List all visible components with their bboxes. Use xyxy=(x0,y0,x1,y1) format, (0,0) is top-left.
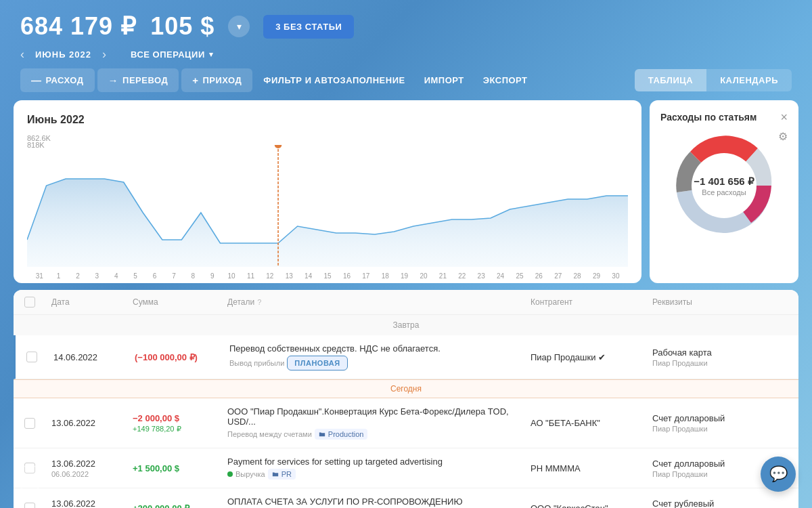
chart-title: Июнь 2022 xyxy=(27,114,628,126)
all-operations-dropdown[interactable]: ВСЕ ОПЕРАЦИИ ▾ xyxy=(131,49,213,60)
donut-amount: −1 401 656 ₽ xyxy=(694,175,754,188)
nav-next-button[interactable]: › xyxy=(102,47,106,62)
close-donut-button[interactable]: × xyxy=(780,111,788,123)
row1-checkbox xyxy=(26,352,53,362)
chart-x-label: 3 xyxy=(87,272,106,280)
chart-x-label: 22 xyxy=(453,272,472,280)
no-article-button[interactable]: 3 БЕЗ СТАТЬИ xyxy=(263,15,354,39)
table-row[interactable]: 13.06.2022 06.06.2022 +1 500,00 $ Paymen… xyxy=(14,448,798,488)
logo-button[interactable]: ◑ xyxy=(16,465,43,492)
row2-counterpart: АО "БЕТА-БАНК" xyxy=(531,418,652,428)
chart-x-label: 23 xyxy=(472,272,491,280)
row-checkbox[interactable] xyxy=(24,418,35,429)
table-row[interactable]: 13.06.2022 06.06.2022 +200 000,00 ₽ ОПЛА… xyxy=(14,488,798,508)
table-row[interactable]: 14.06.2022 (−100 000,00 ₽) Перевод собст… xyxy=(14,335,798,379)
row2-amount: −2 000,00 $ +149 788,20 ₽ xyxy=(133,413,227,433)
chart-x-label: 7 xyxy=(164,272,183,280)
row2-date: 13.06.2022 xyxy=(51,418,133,428)
row-checkbox[interactable] xyxy=(26,352,37,362)
calendar-view-button[interactable]: КАЛЕНДАРЬ xyxy=(706,69,792,91)
chart-x-label: 11 xyxy=(241,272,260,280)
toolbar: — РАСХОД → ПЕРЕВОД + ПРИХОД ФИЛЬТР И АВТ… xyxy=(0,68,812,100)
folder-icon: Production xyxy=(315,429,368,440)
th-amount: Сумма xyxy=(133,297,227,308)
transfer-button[interactable]: → ПЕРЕВОД xyxy=(97,68,179,92)
export-button[interactable]: ЭКСПОРТ xyxy=(475,69,536,91)
row-checkbox[interactable] xyxy=(24,503,35,508)
chat-icon: 💬 xyxy=(769,465,788,483)
chart-x-label: 4 xyxy=(107,272,126,280)
select-all-checkbox[interactable] xyxy=(24,297,35,308)
expense-label: РАСХОД xyxy=(46,75,84,85)
plus-icon: + xyxy=(192,75,198,86)
nav-prev-button[interactable]: ‹ xyxy=(20,47,24,62)
arrow-right-icon: → xyxy=(108,75,119,86)
balance-rub: 684 179 ₽ xyxy=(20,12,137,41)
th-counterpart: Контрагент xyxy=(531,297,652,308)
minus-icon: — xyxy=(31,75,42,86)
chart-x-label: 2 xyxy=(68,272,87,280)
row2-details: ООО "Пиар Продакшн".Конвертация Курс Бет… xyxy=(227,406,531,440)
row4-details: ОПЛАТА СЧЕТА ЗА УСЛУГИ ПО PR-СОПРОВОЖДЕН… xyxy=(227,496,531,508)
chart-wrapper: 862.6K 818K xyxy=(27,134,628,270)
chart-x-label: 1 xyxy=(49,272,68,280)
th-date: Дата xyxy=(51,297,133,308)
filter-button[interactable]: ФИЛЬТР И АВТОЗАПОЛНЕНИЕ xyxy=(255,69,413,91)
chat-button[interactable]: 💬 xyxy=(761,457,796,492)
chart-x-label: 28 xyxy=(568,272,587,280)
planned-badge: ПЛАНОВАЯ xyxy=(287,356,347,371)
income-label: ПРИХОД xyxy=(202,75,242,85)
donut-title: Расходы по статьям xyxy=(660,112,757,123)
details-info-icon[interactable]: ? xyxy=(257,298,261,306)
table-header-row: Дата Сумма Детали ? Контрагент Реквизиты xyxy=(14,290,798,315)
donut-header: Расходы по статьям × xyxy=(660,111,788,123)
transfer-label: ПЕРЕВОД xyxy=(122,75,168,85)
row2-requisite: Счет долларовый Пиар Продашки xyxy=(652,413,788,433)
chart-x-label: 12 xyxy=(261,272,279,280)
chart-x-label: 9 xyxy=(203,272,222,280)
row1-details: Перевод собственных средств. НДС не обла… xyxy=(229,343,531,371)
row4-date: 13.06.2022 06.06.2022 xyxy=(51,499,133,509)
chart-x-label: 17 xyxy=(357,272,376,280)
green-dot-icon xyxy=(227,471,233,477)
all-operations-label: ВСЕ ОПЕРАЦИИ xyxy=(131,49,205,60)
export-label: ЭКСПОРТ xyxy=(483,75,528,85)
row1-amount: (−100 000,00 ₽) xyxy=(135,352,229,362)
balance-dropdown-button[interactable]: ▾ xyxy=(228,16,250,37)
folder-icon: PR xyxy=(268,469,296,480)
row1-requisite: Рабочая карта Пиар Продашки xyxy=(652,347,788,367)
chart-x-labels: 3112345678910111213141516171819202122232… xyxy=(27,272,628,280)
nav-period: ИЮНЬ 2022 xyxy=(35,49,91,60)
table-view-button[interactable]: ТАБЛИЦА xyxy=(635,69,706,91)
chart-card: Июнь 2022 862.6K 818K xyxy=(14,100,641,283)
donut-center: −1 401 656 ₽ Все расходы xyxy=(694,175,754,196)
row3-date: 13.06.2022 06.06.2022 xyxy=(51,459,133,478)
balance-usd: 105 $ xyxy=(150,12,215,41)
chevron-down-icon: ▾ xyxy=(209,50,214,59)
main-content: Июнь 2022 862.6K 818K xyxy=(0,100,812,283)
chart-y-label-right: 818K xyxy=(27,141,628,149)
chart-x-label: 26 xyxy=(529,272,548,280)
th-requisite: Реквизиты xyxy=(652,297,788,308)
th-details: Детали ? xyxy=(227,297,531,308)
table-section: Дата Сумма Детали ? Контрагент Реквизиты… xyxy=(14,290,798,508)
logo-icon: ◑ xyxy=(24,471,35,486)
expense-button[interactable]: — РАСХОД xyxy=(20,68,95,92)
chart-x-label: 8 xyxy=(183,272,202,280)
row1-date: 14.06.2022 xyxy=(53,352,135,362)
filter-label: ФИЛЬТР И АВТОЗАПОЛНЕНИЕ xyxy=(263,75,405,85)
chart-svg xyxy=(27,145,628,267)
table-row[interactable]: 13.06.2022 −2 000,00 $ +149 788,20 ₽ ООО… xyxy=(14,398,798,448)
chart-x-label: 31 xyxy=(30,272,49,280)
row4-amount: +200 000,00 ₽ xyxy=(133,503,227,509)
chart-x-label: 20 xyxy=(414,272,433,280)
chart-x-label: 13 xyxy=(279,272,298,280)
chart-x-label: 5 xyxy=(126,272,145,280)
row3-counterpart: РН ММММА xyxy=(531,463,652,473)
nav-bar: ‹ ИЮНЬ 2022 › ВСЕ ОПЕРАЦИИ ▾ xyxy=(0,41,812,68)
tomorrow-divider: Завтра xyxy=(14,315,798,335)
income-button[interactable]: + ПРИХОД xyxy=(181,68,252,92)
import-button[interactable]: ИМПОРТ xyxy=(416,69,472,91)
chart-x-label: 18 xyxy=(376,272,394,280)
chart-x-label: 27 xyxy=(549,272,568,280)
